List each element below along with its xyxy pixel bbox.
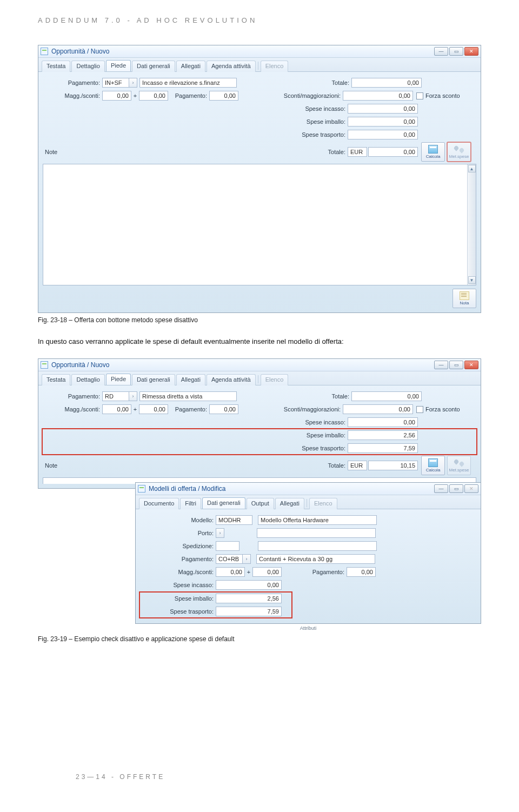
note-textarea[interactable]: ▲ ▼ (43, 164, 476, 285)
tab-testata[interactable]: Testata (42, 374, 70, 385)
tab-dati-generali[interactable]: Dati generali (132, 61, 175, 72)
input-mod-code[interactable]: MODHR (216, 515, 252, 525)
scroll-up-icon[interactable]: ▲ (468, 165, 476, 172)
input-spese-trasporto[interactable]: 7,59 (216, 607, 282, 616)
tab-allegati[interactable]: Allegati (176, 61, 205, 72)
label-magg: Magg./sconti: (140, 569, 216, 575)
label-spese-incasso: Spese incasso: (304, 419, 348, 425)
met-spese-button[interactable]: Met.spese (447, 456, 471, 475)
lookup-pagamento-button[interactable]: › (242, 554, 251, 564)
label-totale2: Totale: (326, 149, 348, 155)
input-pag-code[interactable]: IN+SF (102, 78, 129, 88)
tab-output[interactable]: Output (247, 498, 274, 509)
forza-sconto-checkbox[interactable] (416, 406, 423, 413)
window-title: Opportunità / Nuovo (51, 361, 109, 369)
label-spese-incasso: Spese incasso: (304, 105, 348, 112)
tabbar: Testata Dettaglio Piede Dati generali Al… (38, 371, 481, 385)
maximize-button[interactable]: ▭ (449, 484, 463, 493)
tab-allegati[interactable]: Allegati (275, 498, 304, 509)
nota-button[interactable]: Nota (453, 289, 476, 308)
tabbar: Documento Filtri Dati generali Output Al… (136, 495, 481, 509)
method-icon (454, 458, 464, 467)
scroll-down-icon[interactable]: ▼ (468, 276, 476, 284)
close-button[interactable]: ✕ (464, 484, 478, 493)
forza-sconto-checkbox[interactable] (416, 92, 423, 99)
input-mod-desc[interactable]: Modello Offerta Hardware (258, 515, 377, 525)
input-spese-incasso[interactable]: 0,00 (348, 417, 418, 427)
input-porto-desc[interactable] (257, 528, 376, 538)
tab-testata[interactable]: Testata (42, 61, 70, 72)
tab-dati-generali[interactable]: Dati generali (132, 374, 175, 385)
label-magg: Magg./sconti: (43, 406, 102, 412)
tab-elenco[interactable]: Elenco (309, 498, 337, 509)
tab-documento[interactable]: Documento (139, 498, 179, 509)
tab-piede[interactable]: Piede (106, 60, 131, 71)
calculator-icon (428, 458, 438, 467)
input-magg1[interactable]: 0,00 (102, 404, 131, 414)
input-sconti[interactable]: 0,00 (343, 91, 413, 101)
label-note: Note (43, 149, 62, 155)
input-totale2[interactable]: 0,00 (368, 147, 418, 157)
minimize-button[interactable]: — (434, 361, 448, 369)
figure-caption-1: Fig. 23-18 – Offerta con bottone metodo … (38, 316, 481, 324)
label-forza: Forza sconto (425, 92, 460, 99)
tab-dettaglio[interactable]: Dettaglio (71, 61, 104, 72)
input-magg2[interactable]: 0,00 (252, 567, 282, 577)
input-spese-imballo[interactable]: 0,00 (348, 117, 418, 127)
calcola-button[interactable]: Calcola (421, 456, 445, 475)
input-spese-incasso[interactable]: 0,00 (216, 580, 282, 590)
label-sconti: Sconti/maggiorazioni: (238, 92, 343, 99)
input-pag2[interactable]: 0,00 (209, 91, 238, 101)
lookup-pagamento-button[interactable]: › (129, 391, 137, 401)
tab-dati-generali[interactable]: Dati generali (202, 497, 245, 509)
close-button[interactable]: ✕ (464, 47, 478, 56)
input-spese-imballo[interactable]: 2,56 (348, 430, 418, 440)
input-pag2[interactable]: 0,00 (209, 404, 238, 414)
maximize-button[interactable]: ▭ (449, 361, 463, 369)
tab-agenda[interactable]: Agenda attività (207, 374, 256, 385)
label-totale: Totale: (237, 393, 351, 400)
input-spese-imballo[interactable]: 2,56 (216, 594, 282, 603)
input-sped-code[interactable] (216, 541, 239, 551)
input-magg2[interactable]: 0,00 (139, 91, 168, 101)
tab-dettaglio[interactable]: Dettaglio (71, 374, 104, 385)
maximize-button[interactable]: ▭ (449, 47, 463, 56)
input-pag-desc[interactable]: Contanti + Ricevuta a 30 gg (256, 554, 375, 564)
minimize-button[interactable]: — (434, 484, 448, 493)
input-spese-incasso[interactable]: 0,00 (348, 104, 418, 114)
input-sconti[interactable]: 0,00 (343, 404, 413, 414)
input-totale2[interactable]: 10,15 (368, 461, 418, 470)
input-pag-desc[interactable]: Incasso e rilevazione s.finanz (139, 78, 237, 88)
minimize-button[interactable]: — (434, 47, 448, 56)
label-spese-imballo: Spese imballo: (304, 432, 348, 438)
input-totale[interactable]: 0,00 (351, 78, 422, 88)
input-spese-trasporto[interactable]: 0,00 (348, 130, 418, 139)
tab-filtri[interactable]: Filtri (180, 498, 201, 509)
met-spese-button[interactable]: Met.spese (447, 142, 471, 162)
page-footer: 23—14 - OFFERTE (76, 773, 165, 781)
lookup-pagamento-button[interactable]: › (129, 78, 137, 88)
tab-allegati[interactable]: Allegati (176, 374, 205, 385)
input-sped-desc[interactable] (258, 541, 377, 551)
input-currency[interactable]: EUR (348, 461, 367, 470)
input-totale[interactable]: 0,00 (351, 391, 422, 401)
scrollbar[interactable]: ▲ ▼ (467, 164, 476, 285)
label-totale2: Totale: (326, 462, 348, 469)
input-spese-trasporto[interactable]: 7,59 (348, 443, 418, 453)
tab-piede[interactable]: Piede (106, 374, 131, 385)
input-magg1[interactable]: 0,00 (216, 567, 245, 577)
input-magg2[interactable]: 0,00 (139, 404, 168, 414)
tab-elenco[interactable]: Elenco (261, 61, 289, 72)
window-modelli: Modelli di offerta / Modifica — ▭ ✕ Docu… (135, 482, 481, 624)
input-magg1[interactable]: 0,00 (102, 91, 131, 101)
tab-agenda[interactable]: Agenda attività (207, 61, 256, 72)
tab-elenco[interactable]: Elenco (261, 374, 289, 385)
input-pag-desc[interactable]: Rimessa diretta a vista (139, 391, 237, 401)
input-pag2[interactable]: 0,00 (347, 567, 376, 577)
input-pag-code[interactable]: RD (102, 391, 129, 401)
input-pag-code[interactable]: CO+RB (216, 554, 243, 564)
close-button[interactable]: ✕ (464, 361, 478, 369)
lookup-porto-button[interactable]: › (216, 528, 224, 538)
calcola-button[interactable]: Calcola (421, 142, 445, 162)
input-currency[interactable]: EUR (348, 147, 367, 157)
